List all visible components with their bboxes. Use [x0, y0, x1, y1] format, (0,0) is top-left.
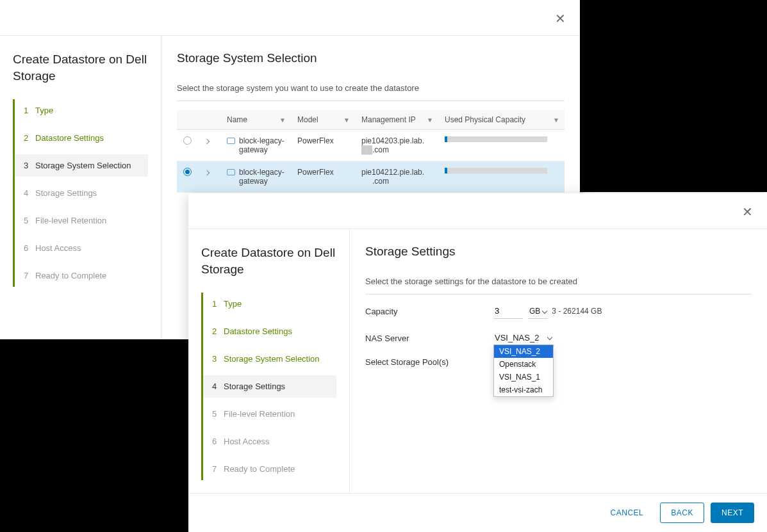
- back-button[interactable]: BACK: [660, 503, 704, 523]
- capacity-unit-select[interactable]: GB: [528, 304, 548, 319]
- table-row[interactable]: block-legacy-gateway PowerFlex pie104203…: [177, 130, 565, 161]
- step-storage-system-selection[interactable]: 3Storage System Selection: [203, 348, 336, 370]
- create-datastore-modal-settings: ✕ Create Datastore on Dell Storage 1Type…: [188, 193, 767, 532]
- col-mgmt-ip[interactable]: Management IP▼: [355, 110, 438, 130]
- capacity-bar: [445, 168, 547, 173]
- page-title: Storage System Selection: [177, 51, 565, 65]
- capacity-label: Capacity: [365, 307, 493, 316]
- row-radio[interactable]: [183, 168, 192, 176]
- filter-icon[interactable]: ▼: [343, 117, 350, 124]
- filter-icon[interactable]: ▼: [553, 117, 559, 124]
- modal-header: ✕: [188, 193, 767, 229]
- sidebar-title: Create Datastore on Dell Storage: [13, 51, 148, 84]
- storage-icon: [227, 169, 235, 175]
- capacity-row: Capacity GB 3 - 262144 GB: [365, 303, 752, 319]
- dropdown-option[interactable]: Openstack: [494, 358, 553, 371]
- expand-icon[interactable]: [204, 170, 210, 175]
- storage-systems-table: Name▼ Model▼ Management IP▼ Used Physica…: [177, 110, 565, 193]
- step-file-level-retention: 5File-level Retention: [15, 209, 148, 232]
- filter-icon[interactable]: ▼: [427, 117, 433, 124]
- nas-server-row: NAS Server VSI_NAS_2 VSI_NAS_2 Openstack…: [365, 330, 752, 346]
- wizard-footer: CANCEL BACK NEXT: [188, 493, 767, 532]
- step-ready-to-complete: 7Ready to Complete: [15, 264, 148, 287]
- next-button[interactable]: NEXT: [711, 503, 754, 523]
- dropdown-option[interactable]: test-vsi-zach: [494, 383, 553, 396]
- system-name: block-legacy-gateway: [239, 168, 285, 186]
- system-ip: pie104203.pie.lab.██.com: [355, 130, 438, 161]
- capacity-input[interactable]: [493, 303, 523, 319]
- wizard-steps: 1Type 2Datastore Settings 3Storage Syste…: [13, 99, 148, 287]
- cancel-button[interactable]: CANCEL: [600, 503, 654, 523]
- page-subtitle: Select the storage system you want to us…: [177, 83, 565, 101]
- system-name: block-legacy-gateway: [239, 136, 285, 154]
- storage-pool-row: Select Storage Pool(s): [365, 357, 752, 367]
- nas-server-select[interactable]: VSI_NAS_2: [493, 330, 554, 346]
- capacity-hint: 3 - 262144 GB: [552, 307, 602, 316]
- sidebar-title: Create Datastore on Dell Storage: [201, 245, 336, 277]
- row-radio[interactable]: [183, 136, 192, 145]
- content-pane: Storage Settings Select the storage sett…: [350, 229, 767, 495]
- background-black-bottom: [0, 339, 188, 532]
- wizard-steps: 1Type 2Datastore Settings 3Storage Syste…: [201, 293, 336, 480]
- step-type[interactable]: 1Type: [203, 293, 336, 315]
- col-expand: [199, 110, 220, 130]
- storage-icon: [227, 138, 235, 144]
- capacity-bar: [445, 136, 547, 142]
- table-row[interactable]: block-legacy-gateway PowerFlex pie104212…: [177, 161, 565, 193]
- page-subtitle: Select the storage settings for the data…: [365, 277, 752, 294]
- col-radio: [177, 110, 199, 130]
- step-host-access: 6Host Access: [203, 430, 336, 453]
- background-black-right: [580, 0, 767, 192]
- step-host-access: 6Host Access: [15, 237, 148, 259]
- system-ip: pie104212.pie.lab.██.com: [355, 161, 438, 193]
- dropdown-option[interactable]: VSI_NAS_2: [494, 345, 553, 358]
- chevron-down-icon: [547, 335, 552, 340]
- step-datastore-settings[interactable]: 2Datastore Settings: [203, 320, 336, 343]
- step-storage-settings: 4Storage Settings: [15, 182, 148, 204]
- step-file-level-retention: 5File-level Retention: [203, 403, 336, 425]
- col-name[interactable]: Name▼: [220, 110, 291, 130]
- step-datastore-settings[interactable]: 2Datastore Settings: [15, 127, 148, 149]
- step-storage-settings[interactable]: 4Storage Settings: [203, 375, 336, 398]
- step-storage-system-selection[interactable]: 3Storage System Selection: [15, 154, 148, 177]
- col-capacity[interactable]: Used Physical Capacity▼: [438, 110, 565, 130]
- close-icon[interactable]: ✕: [742, 207, 751, 216]
- nas-server-label: NAS Server: [365, 334, 493, 343]
- page-title: Storage Settings: [365, 245, 752, 259]
- col-model[interactable]: Model▼: [291, 110, 355, 130]
- nas-server-dropdown: VSI_NAS_2 Openstack VSI_NAS_1 test-vsi-z…: [493, 344, 554, 397]
- step-ready-to-complete: 7Ready to Complete: [203, 458, 336, 480]
- wizard-sidebar: Create Datastore on Dell Storage 1Type 2…: [0, 36, 161, 339]
- modal-header: ✕: [0, 0, 580, 36]
- system-model: PowerFlex: [291, 161, 355, 193]
- wizard-sidebar: Create Datastore on Dell Storage 1Type 2…: [188, 229, 350, 495]
- close-icon[interactable]: ✕: [555, 14, 564, 23]
- expand-icon[interactable]: [204, 139, 210, 144]
- filter-icon[interactable]: ▼: [279, 117, 286, 124]
- storage-pool-label: Select Storage Pool(s): [365, 357, 493, 367]
- dropdown-option[interactable]: VSI_NAS_1: [494, 371, 553, 383]
- step-type[interactable]: 1Type: [15, 99, 148, 122]
- system-model: PowerFlex: [291, 130, 355, 161]
